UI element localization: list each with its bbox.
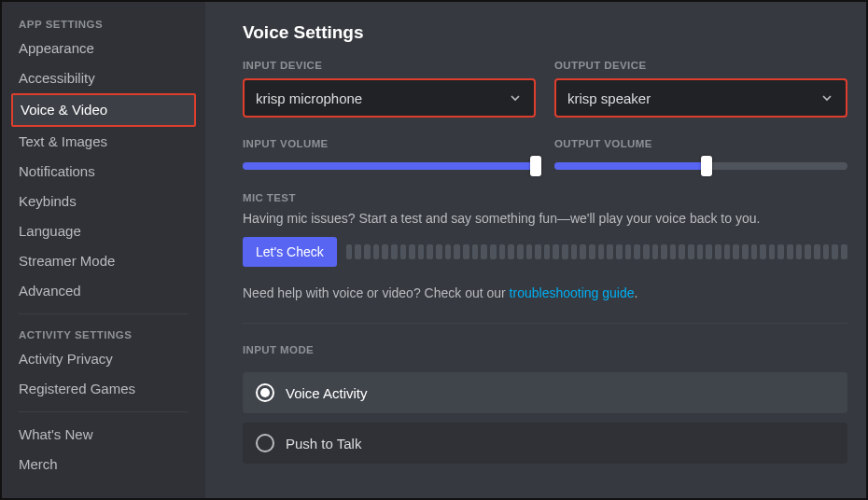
lets-check-button[interactable]: Let's Check	[243, 237, 337, 267]
mic-meter-bar	[535, 244, 541, 259]
mic-meter-bar	[688, 244, 694, 259]
output-device-label: OUTPUT DEVICE	[554, 60, 847, 71]
mic-meter-bar	[481, 244, 487, 259]
sidebar-item-text-images[interactable]: Text & Images	[11, 127, 196, 157]
mic-meter-bar	[436, 244, 442, 259]
input-device-select[interactable]: krisp microphone	[243, 78, 536, 118]
radio-icon	[256, 383, 274, 402]
input-mode-push-to-talk[interactable]: Push to Talk	[243, 423, 847, 464]
radio-label: Voice Activity	[286, 385, 368, 401]
mic-meter-bar	[463, 244, 469, 259]
mic-meter-bar	[571, 244, 578, 259]
sidebar-item-streamer-mode[interactable]: Streamer Mode	[11, 246, 196, 276]
sidebar-item-merch[interactable]: Merch	[11, 450, 196, 479]
mic-meter-bar	[418, 244, 425, 259]
mic-meter-bar	[517, 244, 524, 259]
mic-meter-bar	[832, 244, 838, 259]
main-content: Voice Settings INPUT DEVICE krisp microp…	[205, 2, 866, 498]
sidebar-item-whats-new[interactable]: What's New	[11, 420, 196, 450]
mic-meter-bar	[742, 244, 749, 259]
sidebar-item-appearance[interactable]: Appearance	[11, 34, 196, 63]
sidebar-item-label: Registered Games	[19, 381, 135, 396]
mic-meter-bar	[634, 244, 640, 259]
sidebar-item-label: Voice & Video	[21, 102, 107, 118]
sidebar-item-label: Appearance	[19, 40, 94, 56]
mic-meter-bar	[814, 244, 820, 259]
mic-test-row: Let's Check	[243, 237, 847, 267]
mic-meter-bar	[643, 244, 650, 259]
mic-meter-bar	[355, 244, 361, 259]
radio-label: Push to Talk	[286, 436, 361, 451]
input-mode-label: INPUT MODE	[243, 344, 847, 355]
mic-meter-bar	[841, 244, 847, 259]
mic-meter-bar	[652, 244, 659, 259]
output-volume-col: OUTPUT VOLUME	[554, 138, 847, 175]
mic-meter-bar	[508, 244, 514, 259]
sidebar-item-notifications[interactable]: Notifications	[11, 157, 196, 187]
mic-test-label: MIC TEST	[243, 192, 847, 203]
mic-meter-bar	[472, 244, 479, 259]
sidebar-item-label: Activity Privacy	[19, 351, 113, 367]
mic-meter-bar	[364, 244, 371, 259]
mic-meter-bar	[697, 244, 704, 259]
mic-meter-bar	[670, 244, 677, 259]
device-row: INPUT DEVICE krisp microphone OUTPUT DEV…	[243, 60, 847, 118]
sidebar-item-label: Merch	[19, 456, 58, 472]
sidebar-item-voice-video[interactable]: Voice & Video	[11, 93, 196, 127]
input-device-col: INPUT DEVICE krisp microphone	[243, 60, 536, 118]
mic-meter-bar	[382, 244, 388, 259]
input-volume-label: INPUT VOLUME	[243, 138, 536, 149]
mic-meter-bar	[706, 244, 712, 259]
sidebar-item-language[interactable]: Language	[11, 216, 196, 246]
app-root: APP SETTINGS Appearance Accessibility Vo…	[0, 0, 868, 500]
mic-meter-bar	[553, 244, 559, 259]
input-mode-voice-activity[interactable]: Voice Activity	[243, 372, 847, 413]
sidebar-item-label: Notifications	[19, 163, 95, 179]
chevron-down-icon	[508, 90, 523, 105]
mic-meter-bar	[598, 244, 605, 259]
sidebar-item-label: Accessibility	[19, 70, 95, 86]
mic-meter-bar	[445, 244, 452, 259]
sidebar-item-label: Streamer Mode	[19, 253, 115, 269]
mic-meter-bar	[751, 244, 758, 259]
mic-meter-bar	[787, 244, 793, 259]
radio-icon	[256, 434, 274, 452]
radio-inner-icon	[260, 388, 270, 397]
help-prefix: Need help with voice or video? Check out…	[243, 285, 510, 300]
mic-test-description: Having mic issues? Start a test and say …	[243, 211, 847, 226]
mic-meter-bar	[769, 244, 776, 259]
output-device-select[interactable]: krisp speaker	[554, 78, 847, 118]
sidebar-divider	[19, 411, 189, 412]
mic-test-section: MIC TEST Having mic issues? Start a test…	[243, 192, 847, 300]
troubleshooting-link[interactable]: troubleshooting guide	[510, 285, 635, 300]
slider-track-fill	[554, 162, 707, 170]
volume-row: INPUT VOLUME OUTPUT VOLUME	[243, 138, 847, 175]
output-volume-slider[interactable]	[554, 157, 847, 175]
settings-sidebar: APP SETTINGS Appearance Accessibility Vo…	[2, 2, 205, 498]
sidebar-item-advanced[interactable]: Advanced	[11, 276, 196, 306]
sidebar-item-registered-games[interactable]: Registered Games	[11, 374, 196, 404]
mic-meter-bar	[562, 244, 568, 259]
input-volume-slider[interactable]	[243, 157, 536, 175]
slider-thumb[interactable]	[701, 156, 712, 176]
sidebar-item-label: Language	[19, 223, 81, 239]
mic-meter-bar	[391, 244, 398, 259]
mic-meter-bar	[589, 244, 595, 259]
slider-track-fill	[243, 162, 536, 170]
mic-meter-bar	[373, 244, 380, 259]
sidebar-item-accessibility[interactable]: Accessibility	[11, 63, 196, 93]
mic-meter-bar	[499, 244, 506, 259]
sidebar-item-label: What's New	[19, 426, 93, 442]
input-device-value: krisp microphone	[256, 90, 362, 106]
mic-meter-bar	[409, 244, 415, 259]
input-volume-col: INPUT VOLUME	[243, 138, 536, 175]
help-text: Need help with voice or video? Check out…	[243, 285, 847, 300]
mic-meter-bar	[805, 244, 811, 259]
mic-meter-bar	[580, 244, 586, 259]
sidebar-item-keybinds[interactable]: Keybinds	[11, 187, 196, 216]
mic-meter-bar	[777, 244, 784, 259]
mic-meter-bar	[724, 244, 731, 259]
output-volume-label: OUTPUT VOLUME	[554, 138, 847, 149]
sidebar-item-activity-privacy[interactable]: Activity Privacy	[11, 344, 196, 374]
slider-thumb[interactable]	[530, 156, 541, 176]
